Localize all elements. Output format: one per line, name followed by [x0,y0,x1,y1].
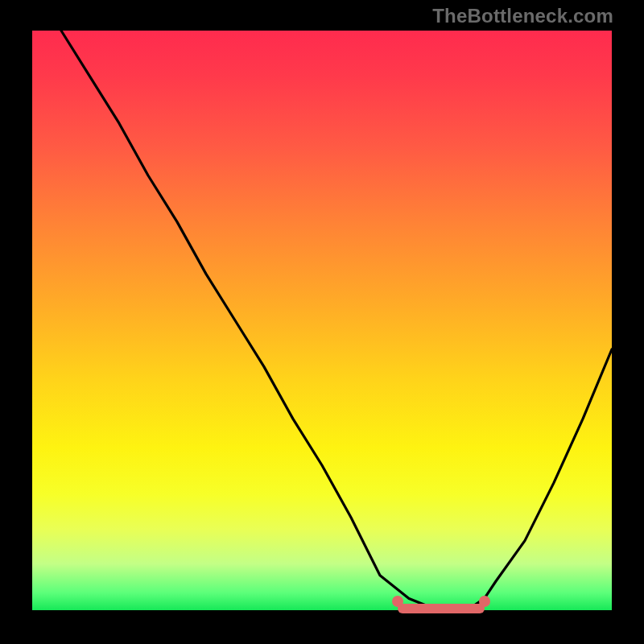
plot-area [32,31,612,610]
bottleneck-curve [32,31,612,610]
watermark-text: TheBottleneck.com [432,5,613,27]
optimal-range-marker [398,604,485,613]
chart-frame: TheBottleneck.com [0,0,644,644]
optimal-range-start-dot [392,596,403,607]
optimal-range-end-dot [479,596,490,607]
